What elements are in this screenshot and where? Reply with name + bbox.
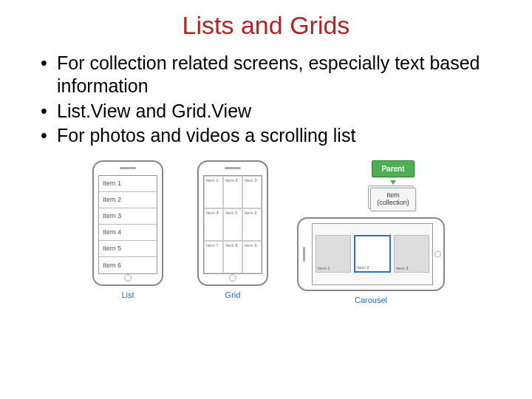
list-row: Item 4 (99, 225, 157, 241)
grid-cell: Item 9 (242, 241, 262, 273)
list-caption: List (121, 290, 134, 299)
list-row: Item 1 (99, 176, 157, 192)
list-row: Item 3 (99, 208, 157, 225)
phone-trackball (124, 274, 132, 282)
grid-screen: Item 1 Item 2 Item 3 Item 4 Item 5 Item … (203, 175, 262, 274)
grid-phone-column: Item 1 Item 2 Item 3 Item 4 Item 5 Item … (188, 160, 277, 299)
bullet-list: For collection related screens, especial… (33, 52, 499, 147)
grid-cell: Item 5 (223, 208, 242, 241)
phone-trackball (229, 274, 236, 282)
carousel-item-active: Item 2 (354, 235, 391, 273)
list-screen: Item 1 Item 2 Item 3 Item 4 Item 5 Item … (98, 175, 157, 274)
diagram: Item 1 Item 2 Item 3 Item 4 Item 5 Item … (33, 160, 499, 304)
carousel-caption: Carousel (355, 296, 387, 304)
carousel-screen: Item 1 Item 2 Item 3 (312, 223, 433, 285)
grid-cell: Item 4 (204, 208, 223, 241)
item-node-line2: (collection) (377, 200, 409, 207)
item-node: Item (collection) (370, 188, 416, 211)
grid-cell: Item 1 (204, 176, 223, 208)
nav-nodes: Parent Item (collection) (370, 160, 416, 211)
list-row: Item 2 (99, 192, 157, 208)
phone-speaker (120, 167, 136, 169)
carousel-item: Item 3 (394, 235, 429, 273)
grid-cell: Item 2 (223, 176, 242, 208)
phone-trackball (434, 250, 441, 257)
bullet-item: For collection related screens, especial… (41, 52, 499, 98)
carousel-column: Parent Item (collection) Item 1 Item 2 I… (293, 160, 449, 304)
slide-title: Lists and Grids (33, 11, 499, 40)
grid-caption: Grid (225, 290, 241, 299)
phone-speaker (303, 247, 305, 262)
phone-speaker (225, 167, 241, 169)
phone-list: Item 1 Item 2 Item 3 Item 4 Item 5 Item … (92, 160, 163, 286)
list-row: Item 6 (99, 257, 157, 273)
grid-cell: Item 3 (242, 176, 262, 208)
grid-cell: Item 6 (242, 208, 262, 241)
grid-cell: Item 8 (223, 241, 242, 273)
phone-carousel: Item 1 Item 2 Item 3 (297, 217, 445, 291)
arrow-down-icon (390, 180, 396, 185)
bullet-item: List.View and Grid.View (41, 100, 499, 123)
item-node-stack: Item (collection) (370, 188, 416, 211)
list-phone-column: Item 1 Item 2 Item 3 Item 4 Item 5 Item … (83, 160, 172, 299)
parent-node: Parent (372, 160, 414, 177)
grid-cell: Item 7 (204, 241, 223, 273)
carousel-item: Item 1 (316, 235, 351, 273)
bullet-item: For photos and videos a scrolling list (41, 124, 499, 147)
list-row: Item 5 (99, 241, 157, 257)
phone-grid: Item 1 Item 2 Item 3 Item 4 Item 5 Item … (197, 160, 268, 286)
